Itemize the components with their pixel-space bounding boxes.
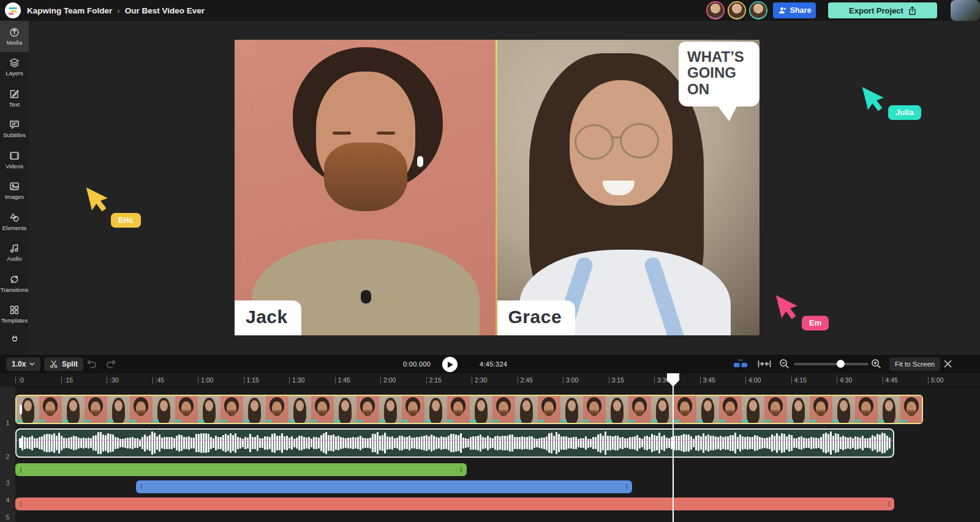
- ruler-label: 2:30: [475, 376, 487, 384]
- share-label: Share: [790, 6, 812, 15]
- media-upload-icon: [9, 27, 20, 37]
- ruler-label: 4:15: [794, 376, 807, 384]
- split-label: Split: [62, 360, 78, 368]
- clip-divider-line: [496, 40, 497, 335]
- volume-line[interactable]: [17, 440, 893, 441]
- sidebar-item-elements[interactable]: Elements: [0, 206, 29, 237]
- sidebar-item-subtitles[interactable]: Subtitles: [0, 114, 29, 145]
- video-clip-track-1[interactable]: [15, 395, 923, 424]
- filmstrip-thumbnails: [17, 396, 922, 423]
- sidebar-item-audio[interactable]: Audio: [0, 237, 29, 269]
- current-time: 0:00.000: [403, 360, 431, 368]
- layers-icon: [9, 58, 20, 68]
- sidebar-label: Media: [7, 39, 23, 46]
- audio-clip-track-2[interactable]: [15, 428, 894, 458]
- text-edit-icon: [9, 89, 20, 99]
- sidebar-item-text[interactable]: Text: [0, 83, 29, 114]
- zoom-in-button[interactable]: [871, 359, 881, 371]
- ruler-label: 4:00: [748, 376, 761, 384]
- speech-bubble-element[interactable]: WHAT’S GOING ON: [679, 42, 760, 106]
- zoom-slider-knob[interactable]: [837, 360, 845, 368]
- sidebar-item-layers[interactable]: Layers: [0, 52, 29, 83]
- close-icon: [943, 359, 952, 368]
- clip-trim-handle[interactable]: [461, 467, 462, 472]
- clip-track-5[interactable]: [15, 498, 894, 510]
- ruler-label: :0: [18, 376, 24, 384]
- timeline-zoom-slider[interactable]: [794, 363, 869, 365]
- ruler-label: 3:15: [612, 376, 624, 384]
- timeline-ruler[interactable]: :0 :15 :30 :45 1:00 1:15 1:30 1:45 2:00 …: [15, 373, 974, 387]
- sidebar-item-plugins[interactable]: [0, 330, 29, 347]
- clip-trim-handle[interactable]: [141, 484, 142, 490]
- split-button[interactable]: Split: [44, 357, 83, 371]
- collaborator-avatars: [707, 2, 766, 18]
- nameplate-grace[interactable]: Grace: [497, 300, 576, 335]
- fit-to-screen-button[interactable]: Fit to Screen: [889, 357, 940, 371]
- clip-trim-handle[interactable]: [20, 405, 22, 414]
- ruler-label: 4:45: [886, 376, 898, 384]
- subtitle-markers: [17, 420, 922, 422]
- clip-trim-handle[interactable]: [888, 501, 889, 507]
- share-button[interactable]: Share: [773, 2, 816, 18]
- ruler-divider: [0, 387, 980, 387]
- fit-arrows-icon: [758, 359, 771, 368]
- sidebar-label: Templates: [1, 317, 28, 324]
- play-icon: [448, 362, 453, 368]
- sidebar-item-templates[interactable]: Templates: [0, 299, 29, 330]
- videos-icon: [9, 151, 20, 161]
- images-icon: [9, 181, 20, 192]
- ruler-label: 2:15: [429, 376, 442, 384]
- playhead[interactable]: [667, 373, 679, 522]
- video-layer-jack[interactable]: Jack: [235, 40, 497, 335]
- clip-trim-handle[interactable]: [20, 467, 21, 472]
- smart-snap-toggle[interactable]: [733, 359, 748, 371]
- waveform: [19, 430, 891, 456]
- export-icon: [908, 6, 916, 15]
- breadcrumb-project[interactable]: Our Best Video Ever: [125, 6, 205, 15]
- smart-snap-icon: [733, 359, 748, 369]
- sidebar-item-images[interactable]: Images: [0, 176, 29, 207]
- undo-button[interactable]: [86, 359, 97, 370]
- zoom-out-button[interactable]: [779, 359, 790, 371]
- avatar-collaborator-2[interactable]: [729, 2, 745, 18]
- chevron-down-icon: [29, 362, 35, 366]
- export-project-button[interactable]: Export Project: [828, 2, 937, 18]
- avatar-collaborator-1[interactable]: [707, 2, 723, 18]
- play-button[interactable]: [442, 357, 458, 372]
- plugin-icon: [10, 334, 20, 343]
- breadcrumb-separator: ›: [117, 6, 120, 15]
- sidebar-label: Text: [9, 101, 20, 108]
- subtitles-icon: [9, 119, 20, 130]
- redo-button[interactable]: [105, 359, 117, 370]
- sidebar-item-videos[interactable]: Videos: [0, 144, 29, 176]
- clip-trim-handle[interactable]: [20, 438, 22, 448]
- playhead-line: [673, 378, 674, 522]
- track-number: 4: [0, 496, 15, 504]
- kapwing-logo-icon[interactable]: [5, 2, 21, 18]
- current-user-avatar[interactable]: [951, 0, 980, 21]
- nameplate-jack[interactable]: Jack: [235, 300, 301, 335]
- clip-trim-handle[interactable]: [20, 501, 21, 507]
- sidebar-item-transitions[interactable]: Transitions: [0, 268, 29, 299]
- track-number: 1: [0, 419, 15, 427]
- close-timeline-button[interactable]: [943, 359, 952, 370]
- ruler-label: 3:00: [566, 376, 578, 384]
- clip-track-3[interactable]: [15, 463, 467, 476]
- timeline-toolbar: 1.0x Split 0:00.000 4:45:324: [0, 355, 980, 373]
- track-number: 5: [0, 513, 15, 521]
- speed-value: 1.0x: [12, 360, 26, 368]
- sidebar-label: Videos: [6, 163, 23, 170]
- clip-track-4[interactable]: [136, 480, 632, 493]
- playhead-handle[interactable]: [667, 373, 679, 387]
- sidebar-item-media[interactable]: Media: [0, 21, 29, 52]
- breadcrumb-folder[interactable]: Kapwing Team Folder: [27, 6, 112, 15]
- ruler-label: :45: [156, 376, 165, 384]
- clip-trim-handle[interactable]: [626, 484, 627, 490]
- playback-speed-dropdown[interactable]: 1.0x: [6, 357, 40, 371]
- fit-timeline-toggle[interactable]: [758, 359, 771, 370]
- zoom-in-icon: [871, 359, 881, 369]
- avatar-collaborator-3[interactable]: [750, 2, 766, 18]
- top-bar: Kapwing Team Folder › Our Best Video Eve…: [0, 0, 980, 21]
- breadcrumb: Kapwing Team Folder › Our Best Video Eve…: [27, 0, 205, 21]
- cursor-label-em: Em: [802, 316, 829, 330]
